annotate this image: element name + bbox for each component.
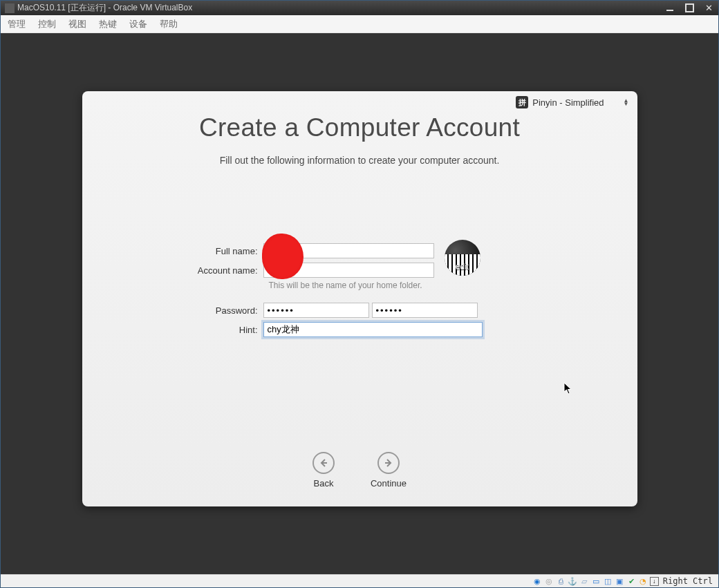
label-full-name: Full name: <box>82 246 263 256</box>
password-verify-input[interactable] <box>372 303 478 318</box>
titlebar[interactable]: MacOS10.11 [正在运行] - Oracle VM VirtualBox <box>1 1 718 15</box>
usb-icon[interactable]: ⎙ <box>556 576 566 587</box>
nav-buttons: Back Continue <box>82 452 637 489</box>
session-info-icon[interactable]: ◔ <box>638 576 648 587</box>
chevron-updown-icon: ▲▼ <box>624 99 629 106</box>
hostkey-label: Right Ctrl <box>660 576 716 586</box>
continue-button[interactable]: Continue <box>371 452 407 489</box>
menu-devices[interactable]: 设备 <box>129 18 147 30</box>
back-label: Back <box>314 478 334 489</box>
network-icon[interactable]: ▱ <box>579 576 590 587</box>
page-subtitle: Fill out the following information to cr… <box>82 155 637 166</box>
menu-view[interactable]: 视图 <box>68 18 86 30</box>
guest-display: 拼 Pinyin - Simplified ▲▼ Create a Comput… <box>1 33 718 574</box>
label-hint: Hint: <box>82 325 263 335</box>
pinyin-icon: 拼 <box>516 96 528 108</box>
arrow-left-icon <box>312 452 335 474</box>
hint-input[interactable] <box>263 322 483 337</box>
page-title: Create a Computer Account <box>82 113 637 142</box>
hdd-icon[interactable]: ◉ <box>532 576 543 587</box>
shared-folder-icon[interactable]: ⚓ <box>568 576 578 587</box>
menu-help[interactable]: 帮助 <box>160 18 178 30</box>
password-input[interactable] <box>263 303 369 318</box>
arrow-right-icon <box>377 452 400 474</box>
mouse-cursor-icon <box>563 382 573 398</box>
label-account-name: Account name: <box>82 265 263 276</box>
display-icon[interactable]: ▭ <box>591 576 601 587</box>
continue-label: Continue <box>371 478 407 489</box>
window-controls <box>660 1 718 15</box>
account-name-helper: This will be the name of your home folde… <box>269 281 637 290</box>
app-icon <box>5 3 15 13</box>
menubar: 管理 控制 视图 热键 设备 帮助 <box>1 15 718 33</box>
hostkey-icon[interactable]: ↓ <box>650 577 659 586</box>
optical-icon[interactable]: ◎ <box>544 576 554 587</box>
menu-manage[interactable]: 管理 <box>8 18 26 30</box>
minimize-button[interactable] <box>660 1 680 15</box>
virtualbox-window: MacOS10.11 [正在运行] - Oracle VM VirtualBox… <box>0 0 719 588</box>
redaction-mark <box>262 234 304 279</box>
statusbar: ◉ ◎ ⎙ ⚓ ▱ ▭ ◫ ▣ ✔ ◔ ↓ Right Ctrl <box>1 574 718 587</box>
close-button[interactable] <box>699 1 718 15</box>
clipboard-icon[interactable]: ▣ <box>615 576 625 587</box>
input-method-selector[interactable]: 拼 Pinyin - Simplified ▲▼ <box>516 96 628 108</box>
label-password: Password: <box>82 305 263 316</box>
video-capture-icon[interactable]: ◫ <box>603 576 613 587</box>
setup-dialog: 拼 Pinyin - Simplified ▲▼ Create a Comput… <box>82 91 637 506</box>
maximize-button[interactable] <box>680 1 699 15</box>
row-password: Password: <box>82 303 637 318</box>
menu-control[interactable]: 控制 <box>38 18 56 30</box>
row-account-name: Account name: <box>82 263 637 278</box>
back-button[interactable]: Back <box>312 452 335 489</box>
ime-label: Pinyin - Simplified <box>532 97 604 108</box>
row-full-name: Full name: <box>82 243 637 258</box>
row-hint: Hint: <box>82 322 637 337</box>
menu-hotkeys[interactable]: 热键 <box>99 18 117 30</box>
account-form: Full name: Account name: This will be th… <box>82 243 637 341</box>
seamless-icon[interactable]: ✔ <box>626 576 637 587</box>
window-title: MacOS10.11 [正在运行] - Oracle VM VirtualBox <box>17 2 192 14</box>
